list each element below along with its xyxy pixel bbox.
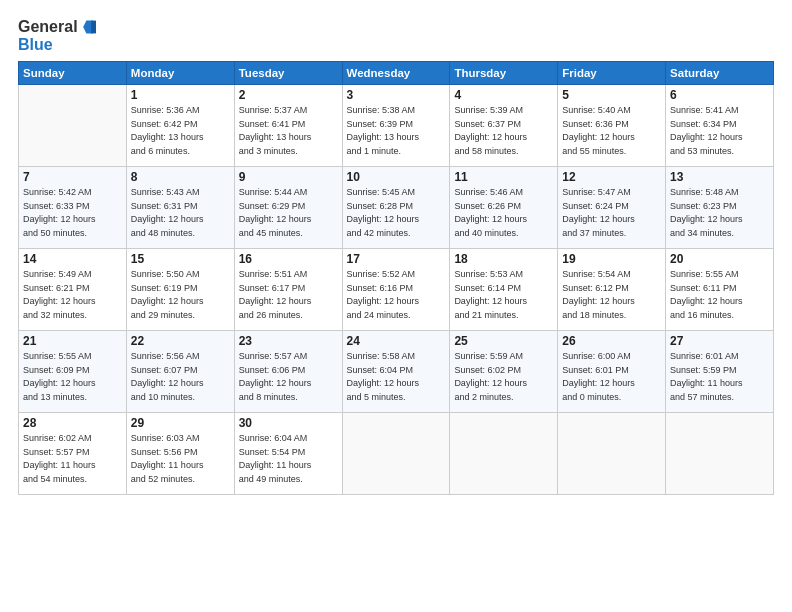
- table-row: 21Sunrise: 5:55 AMSunset: 6:09 PMDayligh…: [19, 331, 127, 413]
- day-info: Sunrise: 6:01 AMSunset: 5:59 PMDaylight:…: [670, 350, 769, 404]
- table-row: 30Sunrise: 6:04 AMSunset: 5:54 PMDayligh…: [234, 413, 342, 495]
- day-number: 16: [239, 252, 338, 266]
- day-info: Sunrise: 5:38 AMSunset: 6:39 PMDaylight:…: [347, 104, 446, 158]
- table-row: 13Sunrise: 5:48 AMSunset: 6:23 PMDayligh…: [666, 167, 774, 249]
- table-row: 29Sunrise: 6:03 AMSunset: 5:56 PMDayligh…: [126, 413, 234, 495]
- table-row: 16Sunrise: 5:51 AMSunset: 6:17 PMDayligh…: [234, 249, 342, 331]
- day-number: 15: [131, 252, 230, 266]
- weekday-header-row: Sunday Monday Tuesday Wednesday Thursday…: [19, 62, 774, 85]
- table-row: 5Sunrise: 5:40 AMSunset: 6:36 PMDaylight…: [558, 85, 666, 167]
- day-info: Sunrise: 6:02 AMSunset: 5:57 PMDaylight:…: [23, 432, 122, 486]
- table-row: [342, 413, 450, 495]
- header-friday: Friday: [558, 62, 666, 85]
- day-info: Sunrise: 5:39 AMSunset: 6:37 PMDaylight:…: [454, 104, 553, 158]
- day-number: 13: [670, 170, 769, 184]
- day-number: 21: [23, 334, 122, 348]
- day-info: Sunrise: 5:55 AMSunset: 6:09 PMDaylight:…: [23, 350, 122, 404]
- day-info: Sunrise: 6:03 AMSunset: 5:56 PMDaylight:…: [131, 432, 230, 486]
- table-row: 6Sunrise: 5:41 AMSunset: 6:34 PMDaylight…: [666, 85, 774, 167]
- day-number: 8: [131, 170, 230, 184]
- header-tuesday: Tuesday: [234, 62, 342, 85]
- day-number: 25: [454, 334, 553, 348]
- table-row: 25Sunrise: 5:59 AMSunset: 6:02 PMDayligh…: [450, 331, 558, 413]
- day-number: 22: [131, 334, 230, 348]
- day-number: 20: [670, 252, 769, 266]
- table-row: 12Sunrise: 5:47 AMSunset: 6:24 PMDayligh…: [558, 167, 666, 249]
- table-row: 14Sunrise: 5:49 AMSunset: 6:21 PMDayligh…: [19, 249, 127, 331]
- day-number: 2: [239, 88, 338, 102]
- header-monday: Monday: [126, 62, 234, 85]
- day-info: Sunrise: 5:43 AMSunset: 6:31 PMDaylight:…: [131, 186, 230, 240]
- table-row: 3Sunrise: 5:38 AMSunset: 6:39 PMDaylight…: [342, 85, 450, 167]
- table-row: [558, 413, 666, 495]
- header-sunday: Sunday: [19, 62, 127, 85]
- day-info: Sunrise: 5:54 AMSunset: 6:12 PMDaylight:…: [562, 268, 661, 322]
- day-number: 18: [454, 252, 553, 266]
- table-row: [666, 413, 774, 495]
- day-number: 10: [347, 170, 446, 184]
- day-number: 7: [23, 170, 122, 184]
- day-info: Sunrise: 5:59 AMSunset: 6:02 PMDaylight:…: [454, 350, 553, 404]
- day-info: Sunrise: 6:04 AMSunset: 5:54 PMDaylight:…: [239, 432, 338, 486]
- table-row: 10Sunrise: 5:45 AMSunset: 6:28 PMDayligh…: [342, 167, 450, 249]
- day-info: Sunrise: 5:52 AMSunset: 6:16 PMDaylight:…: [347, 268, 446, 322]
- day-info: Sunrise: 5:49 AMSunset: 6:21 PMDaylight:…: [23, 268, 122, 322]
- table-row: 19Sunrise: 5:54 AMSunset: 6:12 PMDayligh…: [558, 249, 666, 331]
- day-info: Sunrise: 5:41 AMSunset: 6:34 PMDaylight:…: [670, 104, 769, 158]
- header: General Blue: [18, 18, 774, 53]
- day-info: Sunrise: 5:42 AMSunset: 6:33 PMDaylight:…: [23, 186, 122, 240]
- day-info: Sunrise: 5:56 AMSunset: 6:07 PMDaylight:…: [131, 350, 230, 404]
- header-saturday: Saturday: [666, 62, 774, 85]
- table-row: 7Sunrise: 5:42 AMSunset: 6:33 PMDaylight…: [19, 167, 127, 249]
- day-number: 27: [670, 334, 769, 348]
- table-row: 26Sunrise: 6:00 AMSunset: 6:01 PMDayligh…: [558, 331, 666, 413]
- day-info: Sunrise: 5:36 AMSunset: 6:42 PMDaylight:…: [131, 104, 230, 158]
- day-info: Sunrise: 5:46 AMSunset: 6:26 PMDaylight:…: [454, 186, 553, 240]
- day-number: 4: [454, 88, 553, 102]
- table-row: 4Sunrise: 5:39 AMSunset: 6:37 PMDaylight…: [450, 85, 558, 167]
- day-number: 17: [347, 252, 446, 266]
- table-row: 1Sunrise: 5:36 AMSunset: 6:42 PMDaylight…: [126, 85, 234, 167]
- day-info: Sunrise: 5:58 AMSunset: 6:04 PMDaylight:…: [347, 350, 446, 404]
- day-number: 14: [23, 252, 122, 266]
- day-number: 30: [239, 416, 338, 430]
- table-row: 28Sunrise: 6:02 AMSunset: 5:57 PMDayligh…: [19, 413, 127, 495]
- day-info: Sunrise: 6:00 AMSunset: 6:01 PMDaylight:…: [562, 350, 661, 404]
- logo-text-blue: Blue: [18, 36, 53, 54]
- day-info: Sunrise: 5:50 AMSunset: 6:19 PMDaylight:…: [131, 268, 230, 322]
- logo: General Blue: [18, 18, 96, 53]
- table-row: 8Sunrise: 5:43 AMSunset: 6:31 PMDaylight…: [126, 167, 234, 249]
- table-row: [19, 85, 127, 167]
- day-info: Sunrise: 5:51 AMSunset: 6:17 PMDaylight:…: [239, 268, 338, 322]
- table-row: 20Sunrise: 5:55 AMSunset: 6:11 PMDayligh…: [666, 249, 774, 331]
- day-number: 26: [562, 334, 661, 348]
- table-row: 2Sunrise: 5:37 AMSunset: 6:41 PMDaylight…: [234, 85, 342, 167]
- day-number: 9: [239, 170, 338, 184]
- page: General Blue Sunday Monday Tuesday Wedne…: [0, 0, 792, 612]
- day-number: 28: [23, 416, 122, 430]
- table-row: 11Sunrise: 5:46 AMSunset: 6:26 PMDayligh…: [450, 167, 558, 249]
- table-row: 24Sunrise: 5:58 AMSunset: 6:04 PMDayligh…: [342, 331, 450, 413]
- day-info: Sunrise: 5:48 AMSunset: 6:23 PMDaylight:…: [670, 186, 769, 240]
- table-row: 9Sunrise: 5:44 AMSunset: 6:29 PMDaylight…: [234, 167, 342, 249]
- header-wednesday: Wednesday: [342, 62, 450, 85]
- day-number: 24: [347, 334, 446, 348]
- table-row: [450, 413, 558, 495]
- table-row: 22Sunrise: 5:56 AMSunset: 6:07 PMDayligh…: [126, 331, 234, 413]
- day-number: 3: [347, 88, 446, 102]
- day-info: Sunrise: 5:47 AMSunset: 6:24 PMDaylight:…: [562, 186, 661, 240]
- table-row: 17Sunrise: 5:52 AMSunset: 6:16 PMDayligh…: [342, 249, 450, 331]
- day-info: Sunrise: 5:40 AMSunset: 6:36 PMDaylight:…: [562, 104, 661, 158]
- day-number: 6: [670, 88, 769, 102]
- svg-marker-1: [91, 20, 96, 33]
- day-number: 29: [131, 416, 230, 430]
- calendar-table: Sunday Monday Tuesday Wednesday Thursday…: [18, 61, 774, 495]
- day-info: Sunrise: 5:53 AMSunset: 6:14 PMDaylight:…: [454, 268, 553, 322]
- day-number: 1: [131, 88, 230, 102]
- day-number: 5: [562, 88, 661, 102]
- header-thursday: Thursday: [450, 62, 558, 85]
- day-number: 12: [562, 170, 661, 184]
- day-info: Sunrise: 5:55 AMSunset: 6:11 PMDaylight:…: [670, 268, 769, 322]
- table-row: 15Sunrise: 5:50 AMSunset: 6:19 PMDayligh…: [126, 249, 234, 331]
- day-info: Sunrise: 5:44 AMSunset: 6:29 PMDaylight:…: [239, 186, 338, 240]
